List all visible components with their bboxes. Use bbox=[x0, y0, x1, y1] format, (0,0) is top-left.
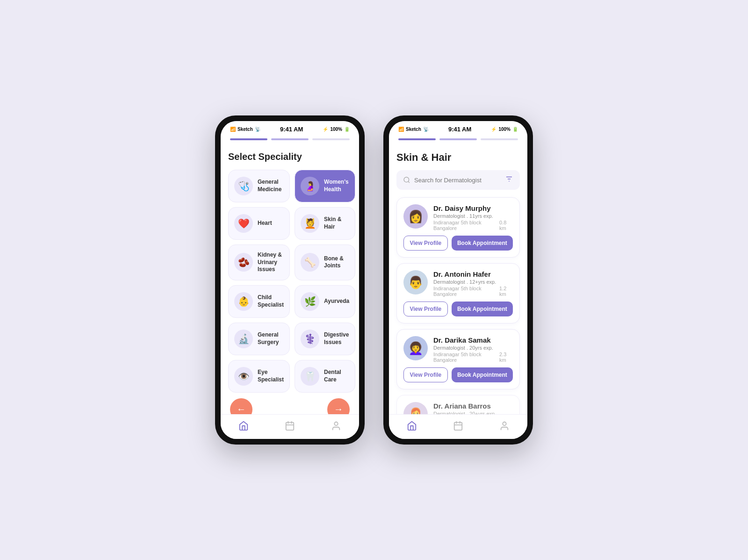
doctor-specialty-1: Dermatologist . 12+yrs exp. bbox=[433, 279, 513, 285]
doctor-specialty-2: Dermatologist . 20yrs exp. bbox=[433, 345, 513, 351]
profile-nav-left[interactable] bbox=[330, 419, 343, 432]
book-appointment-1[interactable]: Book Appointment bbox=[452, 302, 513, 316]
left-phone: 📶 Sketch 📡 9:41 AM ⚡ 100% 🔋 Select Speci… bbox=[215, 115, 365, 445]
location-text-1: Indiranagar 5th block Bangalore bbox=[433, 286, 497, 297]
doctor-name-1: Dr. Antonin Hafer bbox=[433, 270, 513, 278]
dental-care-label: Dental Care bbox=[324, 369, 349, 383]
location-text-0: Indiranagar 5th block Bangalore bbox=[433, 220, 497, 231]
doctor-details-1: Dr. Antonin Hafer Dermatologist . 12+yrs… bbox=[433, 270, 513, 297]
doctor-actions-2: View Profile Book Appointment bbox=[403, 367, 513, 382]
doctor-details-0: Dr. Daisy Murphy Dermatologist . 11yrs e… bbox=[433, 204, 513, 231]
distance-0: 0.8 km bbox=[499, 220, 513, 231]
speciality-heart[interactable]: ❤️ Heart bbox=[228, 207, 290, 240]
bluetooth-icon-right: ⚡ bbox=[491, 127, 496, 132]
speciality-digestive-issues[interactable]: ⚕️ Digestive Issues bbox=[295, 323, 355, 355]
doctor-specialty-3: Dermatologist . 20+yrs exp. bbox=[433, 411, 513, 414]
right-screen-content: Skin & Hair 👩 Dr. Daisy Murph bbox=[389, 144, 527, 414]
view-profile-2[interactable]: View Profile bbox=[403, 367, 448, 382]
dental-care-icon: 🦷 bbox=[301, 367, 319, 386]
signal-icons: 📶 Sketch 📡 bbox=[230, 127, 260, 132]
speciality-dental-care[interactable]: 🦷 Dental Care bbox=[295, 360, 355, 393]
speciality-general-surgery[interactable]: 🔬 General Surgery bbox=[228, 323, 290, 355]
eye-specialist-icon: 👁️ bbox=[234, 367, 253, 386]
doctor-card-1: 👨 Dr. Antonin Hafer Dermatologist . 12+y… bbox=[396, 263, 520, 323]
battery-icon: 🔋 bbox=[344, 127, 350, 132]
speciality-eye-specialist[interactable]: 👁️ Eye Specialist bbox=[228, 360, 290, 393]
forward-arrow-left[interactable]: → bbox=[327, 398, 350, 414]
dot-1 bbox=[230, 138, 267, 140]
speciality-child-specialist[interactable]: 👶 Child Specialist bbox=[228, 285, 290, 318]
battery-icon-right: 🔋 bbox=[512, 127, 518, 132]
doctor-card-3: 👩‍🦰 Dr. Ariana Barros Dermatologist . 20… bbox=[396, 395, 520, 414]
doctor-card-2: 👩‍🦱 Dr. Darika Samak Dermatologist . 20y… bbox=[396, 329, 520, 389]
search-icon bbox=[403, 176, 410, 184]
home-nav-left[interactable] bbox=[237, 419, 250, 432]
time-right: 9:41 AM bbox=[448, 126, 471, 133]
skin-hair-icon: 💆 bbox=[301, 214, 319, 233]
bottom-nav-left bbox=[221, 414, 359, 439]
view-profile-1[interactable]: View Profile bbox=[403, 302, 448, 316]
battery-right: 100% bbox=[498, 127, 511, 132]
dot-2 bbox=[271, 138, 309, 140]
doctor-actions-0: View Profile Book Appointment bbox=[403, 236, 513, 251]
app-name-left: Sketch bbox=[237, 127, 253, 132]
svg-line-6 bbox=[408, 181, 410, 183]
signal-icon: 📶 bbox=[230, 127, 236, 132]
filter-icon[interactable] bbox=[505, 175, 513, 185]
app-name-right: Sketch bbox=[406, 127, 421, 132]
speciality-general-medicine[interactable]: 🩺 General Medicine bbox=[228, 170, 290, 202]
kidney-label: Kidney & Urinary Issues bbox=[258, 251, 284, 273]
doctor-name-2: Dr. Darika Samak bbox=[433, 336, 513, 344]
home-nav-right[interactable] bbox=[405, 419, 418, 432]
view-profile-0[interactable]: View Profile bbox=[403, 236, 448, 251]
dot-3 bbox=[312, 138, 350, 140]
doctor-name-3: Dr. Ariana Barros bbox=[433, 402, 513, 410]
speciality-kidney[interactable]: 🫘 Kidney & Urinary Issues bbox=[228, 244, 290, 280]
bluetooth-icon: ⚡ bbox=[323, 127, 328, 132]
back-arrow-left[interactable]: ← bbox=[230, 398, 252, 414]
doctor-avatar-1: 👨 bbox=[403, 270, 428, 294]
svg-point-4 bbox=[334, 422, 338, 425]
time-left: 9:41 AM bbox=[280, 126, 303, 133]
speciality-womens-health[interactable]: 🤰 Women's Health bbox=[295, 170, 355, 202]
search-input[interactable] bbox=[414, 177, 501, 184]
battery-left: 100% bbox=[330, 127, 342, 132]
doctor-details-2: Dr. Darika Samak Dermatologist . 20yrs e… bbox=[433, 336, 513, 363]
child-specialist-label: Child Specialist bbox=[258, 294, 284, 309]
book-appointment-0[interactable]: Book Appointment bbox=[452, 236, 513, 251]
right-phone: 📶 Sketch 📡 9:41 AM ⚡ 100% 🔋 Skin & Hair bbox=[383, 115, 533, 445]
doctor-avatar-0: 👩 bbox=[403, 204, 428, 229]
speciality-ayurveda[interactable]: 🌿 Ayurveda bbox=[295, 285, 355, 318]
status-bar-right: 📶 Sketch 📡 9:41 AM ⚡ 100% 🔋 bbox=[389, 121, 527, 135]
nav-arrows-left: ← → bbox=[228, 393, 352, 414]
doctor-name-0: Dr. Daisy Murphy bbox=[433, 204, 513, 212]
doctor-info-3: 👩‍🦰 Dr. Ariana Barros Dermatologist . 20… bbox=[403, 402, 513, 414]
doctor-details-3: Dr. Ariana Barros Dermatologist . 20+yrs… bbox=[433, 402, 513, 414]
battery-icons-right: ⚡ 100% 🔋 bbox=[491, 127, 518, 132]
womens-health-icon: 🤰 bbox=[301, 177, 319, 195]
doctor-location-0: Indiranagar 5th block Bangalore 0.8 km bbox=[433, 220, 513, 231]
ayurveda-label: Ayurveda bbox=[324, 298, 349, 305]
bone-joints-icon: 🦴 bbox=[301, 253, 319, 272]
general-surgery-label: General Surgery bbox=[258, 331, 284, 346]
calendar-nav-left[interactable] bbox=[283, 419, 296, 432]
location-text-2: Indiranagar 5th block Bangalore bbox=[433, 352, 497, 363]
bone-joints-label: Bone & Joints bbox=[324, 255, 349, 270]
speciality-skin-hair[interactable]: 💆 Skin & Hair bbox=[295, 207, 355, 240]
skin-hair-label: Skin & Hair bbox=[324, 216, 349, 230]
profile-nav-right[interactable] bbox=[498, 419, 511, 432]
doctor-actions-1: View Profile Book Appointment bbox=[403, 302, 513, 316]
svg-point-14 bbox=[503, 422, 506, 425]
general-medicine-icon: 🩺 bbox=[234, 177, 253, 195]
digestive-issues-label: Digestive Issues bbox=[324, 331, 349, 346]
doctor-info-2: 👩‍🦱 Dr. Darika Samak Dermatologist . 20y… bbox=[403, 336, 513, 363]
signal-icons-right: 📶 Sketch 📡 bbox=[398, 127, 429, 132]
general-surgery-icon: 🔬 bbox=[234, 330, 253, 348]
speciality-grid: 🩺 General Medicine 🤰 Women's Health ❤️ H… bbox=[228, 170, 352, 393]
digestive-issues-icon: ⚕️ bbox=[301, 330, 319, 348]
dot-r2 bbox=[439, 138, 477, 140]
book-appointment-2[interactable]: Book Appointment bbox=[452, 367, 513, 382]
speciality-bone-joints[interactable]: 🦴 Bone & Joints bbox=[295, 244, 355, 280]
heart-label: Heart bbox=[258, 220, 272, 227]
calendar-nav-right[interactable] bbox=[452, 419, 465, 432]
